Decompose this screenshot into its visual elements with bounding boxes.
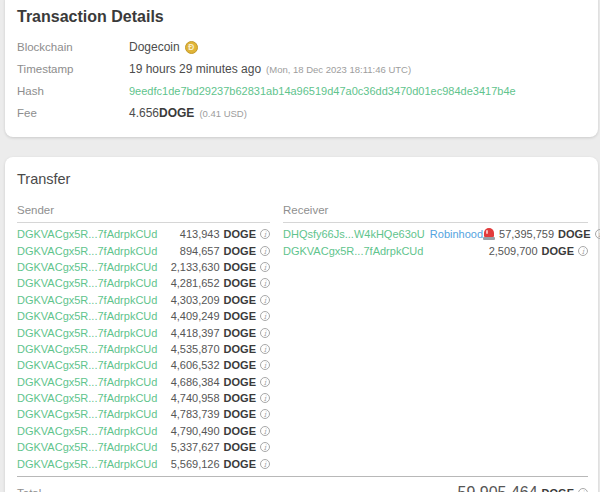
amount-value: 5,337,627 xyxy=(171,441,220,453)
total-row: Total 59,905,464 DOGE xyxy=(17,476,588,492)
receiver-row: DHQsfy66Js...W4kHQe63oU Robinhood 57,395… xyxy=(283,226,588,242)
amount-value: 4,790,490 xyxy=(171,425,220,437)
sender-address-link[interactable]: DGKVACgx5R...7fAdrpkCUd xyxy=(17,408,157,420)
page-title: Transaction Details xyxy=(13,8,588,26)
receiver-rows: DHQsfy66Js...W4kHQe63oU Robinhood 57,395… xyxy=(283,223,588,259)
info-icon[interactable] xyxy=(260,328,270,338)
amount-value: 2,133,630 xyxy=(171,261,220,273)
info-icon[interactable] xyxy=(260,459,270,469)
doge-unit: DOGE xyxy=(224,245,256,257)
sender-column: Sender DGKVACgx5R...7fAdrpkCUd 413,943 D… xyxy=(17,204,270,472)
info-icon[interactable] xyxy=(260,409,270,419)
sender-address-link[interactable]: DGKVACgx5R...7fAdrpkCUd xyxy=(17,441,157,453)
receiver-amount: 2,509,700 DOGE xyxy=(489,245,588,257)
sender-address-link[interactable]: DGKVACgx5R...7fAdrpkCUd xyxy=(17,228,157,240)
transaction-details-rows: Blockchain Dogecoin Timestamp 19 hours 2… xyxy=(13,36,588,124)
total-amount-value: 59,905,464 xyxy=(458,484,538,492)
sender-amount: 5,337,627 DOGE xyxy=(171,441,270,453)
doge-unit: DOGE xyxy=(224,228,256,240)
fee-label: Fee xyxy=(17,107,129,119)
doge-unit: DOGE xyxy=(558,228,590,240)
amount-value: 894,657 xyxy=(180,245,220,257)
hash-row: Hash 9eedfc1de7bd29237b62831ab14a96519d4… xyxy=(17,80,588,102)
receiver-row: DGKVACgx5R...7fAdrpkCUd 2,509,700 DOGE xyxy=(283,242,588,258)
sender-row: DGKVACgx5R...7fAdrpkCUd 5,337,627 DOGE xyxy=(17,439,270,455)
info-icon[interactable] xyxy=(578,488,588,492)
sender-address-link[interactable]: DGKVACgx5R...7fAdrpkCUd xyxy=(17,425,157,437)
amount-value: 4,303,209 xyxy=(171,294,220,306)
timestamp-label: Timestamp xyxy=(17,63,129,75)
info-icon[interactable] xyxy=(578,246,588,256)
sender-address-link[interactable]: DGKVACgx5R...7fAdrpkCUd xyxy=(17,261,157,273)
sender-row: DGKVACgx5R...7fAdrpkCUd 4,303,209 DOGE xyxy=(17,292,270,308)
sender-amount: 4,686,384 DOGE xyxy=(171,376,270,388)
sender-amount: 4,535,870 DOGE xyxy=(171,343,270,355)
transfer-title: Transfer xyxy=(13,171,588,187)
sender-row: DGKVACgx5R...7fAdrpkCUd 413,943 DOGE xyxy=(17,226,270,242)
doge-unit: DOGE xyxy=(224,458,256,470)
doge-unit: DOGE xyxy=(224,261,256,273)
receiver-column: Receiver DHQsfy66Js...W4kHQe63oU Robinho… xyxy=(283,204,588,472)
doge-unit: DOGE xyxy=(224,359,256,371)
amount-value: 2,509,700 xyxy=(489,245,538,257)
doge-unit: DOGE xyxy=(224,408,256,420)
sender-address-link[interactable]: DGKVACgx5R...7fAdrpkCUd xyxy=(17,343,157,355)
sender-amount: 4,790,490 DOGE xyxy=(171,425,270,437)
sender-row: DGKVACgx5R...7fAdrpkCUd 2,133,630 DOGE xyxy=(17,259,270,275)
sender-row: DGKVACgx5R...7fAdrpkCUd 4,409,249 DOGE xyxy=(17,308,270,324)
amount-value: 413,943 xyxy=(180,228,220,240)
sender-row: DGKVACgx5R...7fAdrpkCUd 4,740,958 DOGE xyxy=(17,390,270,406)
sender-address-link[interactable]: DGKVACgx5R...7fAdrpkCUd xyxy=(17,277,157,289)
sender-row: DGKVACgx5R...7fAdrpkCUd 4,790,490 DOGE xyxy=(17,423,270,439)
sender-address-link[interactable]: DGKVACgx5R...7fAdrpkCUd xyxy=(17,294,157,306)
total-amount: 59,905,464 DOGE xyxy=(458,484,588,492)
info-icon[interactable] xyxy=(260,393,270,403)
info-icon[interactable] xyxy=(260,377,270,387)
info-icon[interactable] xyxy=(595,229,600,239)
sender-address-link[interactable]: DGKVACgx5R...7fAdrpkCUd xyxy=(17,245,157,257)
sender-amount: 4,409,249 DOGE xyxy=(171,310,270,322)
info-icon[interactable] xyxy=(260,262,270,272)
sender-address-link[interactable]: DGKVACgx5R...7fAdrpkCUd xyxy=(17,458,157,470)
timestamp-row: Timestamp 19 hours 29 minutes ago (Mon, … xyxy=(17,58,588,80)
sender-address-link[interactable]: DGKVACgx5R...7fAdrpkCUd xyxy=(17,376,157,388)
doge-unit: DOGE xyxy=(224,277,256,289)
amount-value: 57,395,759 xyxy=(499,228,554,240)
info-icon[interactable] xyxy=(260,295,270,305)
info-icon[interactable] xyxy=(260,344,270,354)
sender-amount: 4,418,397 DOGE xyxy=(171,327,270,339)
info-icon[interactable] xyxy=(260,360,270,370)
sender-amount: 413,943 DOGE xyxy=(180,228,270,240)
sender-amount: 5,569,126 DOGE xyxy=(171,458,270,470)
info-icon[interactable] xyxy=(260,311,270,321)
sender-address-link[interactable]: DGKVACgx5R...7fAdrpkCUd xyxy=(17,359,157,371)
sender-address-link[interactable]: DGKVACgx5R...7fAdrpkCUd xyxy=(17,310,157,322)
sender-header: Sender xyxy=(17,204,270,223)
blockchain-label: Blockchain xyxy=(17,41,129,53)
sender-amount: 2,133,630 DOGE xyxy=(171,261,270,273)
doge-unit: DOGE xyxy=(224,294,256,306)
info-icon[interactable] xyxy=(260,442,270,452)
timestamp-value: 19 hours 29 minutes ago xyxy=(129,62,261,76)
sender-address-link[interactable]: DGKVACgx5R...7fAdrpkCUd xyxy=(17,392,157,404)
fee-usd-note: (0.41 USD) xyxy=(199,108,247,119)
doge-unit: DOGE xyxy=(224,441,256,453)
amount-value: 4,686,384 xyxy=(171,376,220,388)
receiver-address-link[interactable]: DGKVACgx5R...7fAdrpkCUd xyxy=(283,245,423,257)
transaction-details-card: Transaction Details Blockchain Dogecoin … xyxy=(5,0,598,137)
receiver-header: Receiver xyxy=(283,204,588,223)
total-label: Total xyxy=(17,487,41,492)
info-icon[interactable] xyxy=(260,246,270,256)
transaction-hash-link[interactable]: 9eedfc1de7bd29237b62831ab14a96519d47a0c3… xyxy=(129,85,516,97)
sender-address-link[interactable]: DGKVACgx5R...7fAdrpkCUd xyxy=(17,327,157,339)
info-icon[interactable] xyxy=(260,229,270,239)
info-icon[interactable] xyxy=(260,426,270,436)
fee-row: Fee 4.656 DOGE (0.41 USD) xyxy=(17,102,588,124)
doge-unit: DOGE xyxy=(224,327,256,339)
sender-row: DGKVACgx5R...7fAdrpkCUd 894,657 DOGE xyxy=(17,242,270,258)
receiver-address-link[interactable]: DHQsfy66Js...W4kHQe63oU xyxy=(283,228,425,240)
info-icon[interactable] xyxy=(260,278,270,288)
sender-row: DGKVACgx5R...7fAdrpkCUd 4,418,397 DOGE xyxy=(17,324,270,340)
amount-value: 4,740,958 xyxy=(171,392,220,404)
robinhood-tag-link[interactable]: Robinhood xyxy=(430,228,483,240)
